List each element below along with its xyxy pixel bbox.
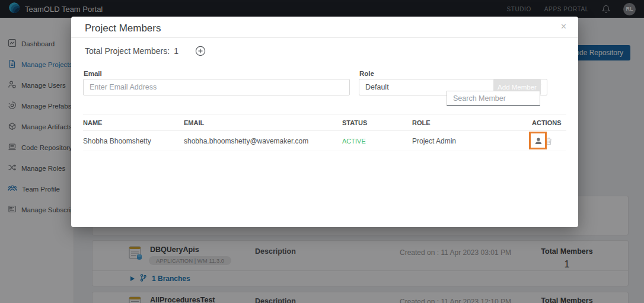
email-field[interactable] [83, 79, 350, 95]
close-icon[interactable]: × [561, 21, 566, 32]
change-owner-user-icon[interactable] [532, 135, 545, 148]
member-email: shobha.bhoomshetty@wavemaker.com [184, 137, 342, 145]
role-selected-value: Default [365, 83, 389, 91]
table-row: Shobha Bhoomshetty shobha.bhoomshetty@wa… [83, 131, 566, 151]
modal-title: Project Members [85, 23, 161, 34]
delete-member-trash-icon[interactable] [545, 137, 553, 145]
member-role: Project Admin [412, 137, 532, 145]
table-header-row: NAME EMAIL STATUS ROLE ACTIONS [83, 114, 566, 131]
project-members-modal: Project Members × Total Project Members:… [71, 17, 578, 227]
total-members-row: Total Project Members: 1 [85, 46, 206, 56]
column-header-actions: ACTIONS [532, 119, 566, 126]
search-member-input[interactable] [447, 91, 540, 106]
column-header-status: STATUS [342, 119, 412, 126]
column-header-name: NAME [83, 119, 184, 126]
role-label: Role [359, 70, 374, 77]
members-table: NAME EMAIL STATUS ROLE ACTIONS Shobha Bh… [83, 114, 566, 151]
member-name: Shobha Bhoomshetty [83, 137, 184, 145]
column-header-role: ROLE [412, 119, 532, 126]
total-project-members-label: Total Project Members: [85, 46, 170, 56]
add-member-plus-icon[interactable] [195, 46, 206, 56]
email-label: Email [84, 70, 102, 77]
total-project-members-count: 1 [174, 46, 178, 56]
member-status-badge: ACTIVE [342, 138, 412, 145]
column-header-email: EMAIL [184, 119, 342, 126]
modal-titlebar: Project Members × [71, 17, 578, 38]
